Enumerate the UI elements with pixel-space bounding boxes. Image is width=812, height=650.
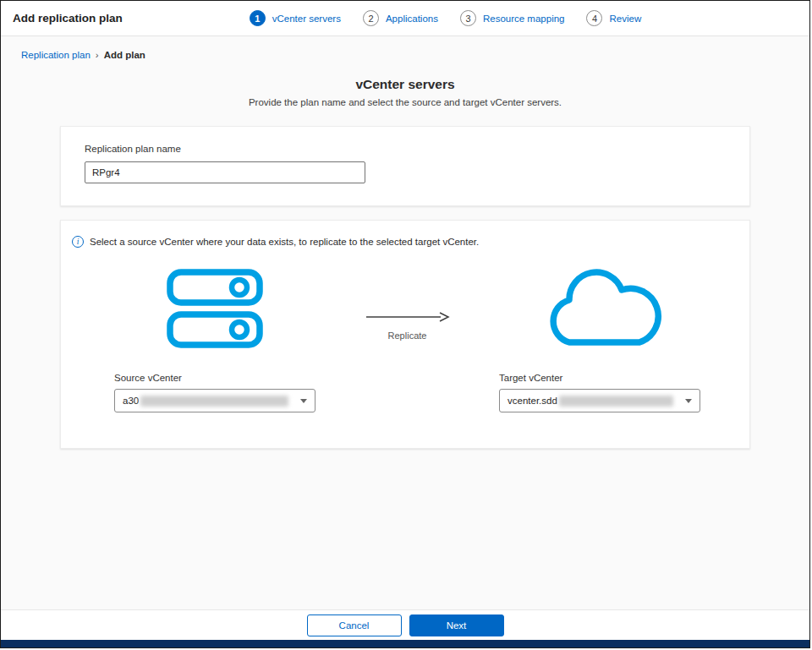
step-review[interactable]: 4 Review — [586, 10, 641, 26]
bottom-accent-bar — [1, 640, 809, 647]
cloud-icon — [536, 268, 663, 352]
source-vcenter-dropdown[interactable]: a30 — [114, 389, 315, 412]
step-label: vCenter servers — [272, 14, 341, 24]
step-label: Review — [609, 14, 641, 24]
next-button[interactable]: Next — [409, 614, 504, 636]
plan-name-label: Replication plan name — [85, 144, 726, 154]
source-vcenter-label: Source vCenter — [114, 373, 315, 383]
replicate-arrow-group: Replicate — [315, 268, 499, 412]
page-content: Replication plan › Add plan vCenter serv… — [1, 36, 809, 609]
vcenter-selection-card: i Select a source vCenter where your dat… — [60, 220, 750, 449]
info-icon: i — [72, 236, 84, 248]
wizard-footer: Cancel Next — [1, 609, 809, 640]
target-vcenter-dropdown[interactable]: vcenter.sdd — [499, 389, 700, 412]
step-label: Applications — [386, 14, 438, 24]
breadcrumb: Replication plan › Add plan — [1, 36, 809, 60]
page-head: vCenter servers Provide the plan name an… — [1, 77, 809, 107]
step-number-badge: 2 — [363, 10, 379, 26]
wizard-header: Add replication plan 1 vCenter servers 2… — [1, 1, 809, 36]
wizard-title: Add replication plan — [13, 12, 123, 25]
step-resource-mapping[interactable]: 3 Resource mapping — [460, 10, 565, 26]
breadcrumb-replication-plan-link[interactable]: Replication plan — [21, 50, 91, 60]
target-cloud-icon-wrap — [499, 268, 700, 352]
step-vcenter-servers[interactable]: 1 vCenter servers — [250, 10, 341, 26]
source-vcenter-value: a30 — [123, 396, 139, 406]
source-servers-icon-wrap — [114, 268, 315, 352]
step-applications[interactable]: 2 Applications — [363, 10, 438, 26]
redacted-text — [559, 396, 673, 407]
step-label: Resource mapping — [483, 14, 565, 24]
target-vcenter-column: Target vCenter vcenter.sdd — [499, 268, 700, 412]
page-subtitle: Provide the plan name and select the sou… — [1, 97, 809, 107]
cancel-button[interactable]: Cancel — [307, 614, 402, 636]
breadcrumb-current: Add plan — [104, 50, 145, 60]
page-title: vCenter servers — [1, 77, 809, 92]
replicate-label: Replicate — [388, 330, 427, 341]
info-text: Select a source vCenter where your data … — [90, 237, 479, 247]
step-number-badge: 1 — [250, 10, 266, 26]
target-vcenter-label: Target vCenter — [499, 373, 700, 383]
step-number-badge: 3 — [460, 10, 476, 26]
app-window: Add replication plan 1 vCenter servers 2… — [0, 0, 810, 648]
replication-plan-name-input[interactable] — [85, 161, 365, 183]
target-vcenter-value: vcenter.sdd — [508, 396, 557, 406]
step-number-badge: 4 — [586, 10, 602, 26]
info-row: i Select a source vCenter where your dat… — [61, 236, 749, 248]
source-vcenter-column: Source vCenter a30 — [114, 268, 315, 412]
wizard-stepper: 1 vCenter servers 2 Applications 3 Resou… — [250, 10, 641, 26]
arrow-right-icon — [365, 310, 450, 325]
plan-name-card: Replication plan name — [60, 126, 750, 206]
chevron-down-icon — [685, 399, 692, 403]
redacted-text — [140, 396, 288, 407]
server-stack-icon — [166, 268, 264, 352]
vcenter-body: Source vCenter a30 Replicate — [61, 248, 749, 412]
breadcrumb-separator: › — [96, 50, 99, 60]
chevron-down-icon — [300, 399, 307, 403]
